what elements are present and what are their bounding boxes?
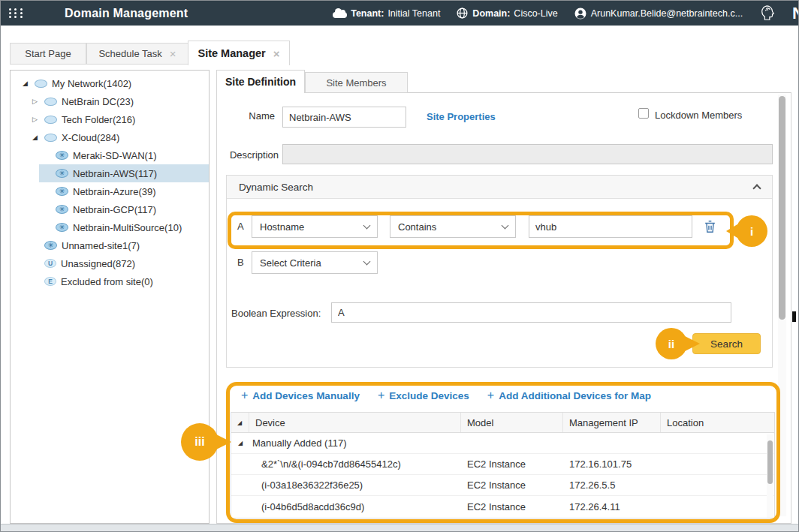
collapse-chevron-icon[interactable]	[752, 184, 761, 192]
tab-label: Site Manager	[197, 47, 265, 59]
tab-label: Schedule Task	[98, 48, 161, 59]
panel-scrollbar[interactable]	[778, 95, 786, 516]
dynamic-search-header[interactable]: Dynamic Search	[227, 176, 772, 199]
close-icon[interactable]: ×	[273, 48, 280, 59]
boolean-expression-label: Boolean Expression:	[231, 308, 321, 319]
lockdown-members-checkbox[interactable]	[638, 108, 649, 119]
field-select-a[interactable]: Hostname	[252, 215, 378, 238]
column-management-ip[interactable]: Management IP	[563, 413, 661, 432]
operator-select-a[interactable]: Contains	[390, 215, 516, 238]
field-select-value: Select Criteria	[260, 257, 321, 269]
expander-expanded-icon[interactable]: ◢	[23, 80, 33, 87]
expander-collapsed-icon[interactable]: ▷	[32, 116, 43, 123]
device-group-row[interactable]: ◢ Manually Added (117)	[231, 433, 774, 454]
site-name-input[interactable]	[282, 107, 406, 128]
device-row[interactable]: &2*`\n/&(i-094cb7dd86455412c) EC2 Instan…	[231, 454, 774, 475]
tree-item-meraki-sd-wan[interactable]: ✳Meraki-SD-WAN(1)	[11, 146, 209, 164]
search-button[interactable]: Search	[692, 333, 761, 354]
app-menu-icon[interactable]	[8, 6, 23, 21]
ai-assistant-icon[interactable]	[760, 5, 776, 23]
lockdown-members-label: Lockdown Members	[655, 110, 742, 121]
tab-start-page[interactable]: Start Page	[10, 43, 86, 65]
user-group[interactable]: ArunKumar.Belide@netbraintech.c...	[574, 7, 743, 20]
tab-schedule-task[interactable]: Schedule Task ×	[86, 43, 188, 65]
tree-item-my-network[interactable]: ◢ My Network(1402)	[11, 74, 209, 92]
tree-item-x-cloud[interactable]: ◢ X-Cloud(284)	[11, 128, 209, 146]
tree-item-label: Meraki-SD-WAN(1)	[73, 150, 156, 161]
tab-site-members[interactable]: Site Members	[305, 72, 408, 93]
table-scrollbar[interactable]	[767, 434, 773, 518]
name-label: Name	[216, 110, 275, 122]
device-model: EC2 Instance	[461, 458, 563, 470]
tree-item-tech-folder[interactable]: ▷ Tech Folder(216)	[11, 110, 209, 128]
device-table: ◢ Device Model Management IP Location ◢ …	[231, 412, 775, 518]
netbrain-logo: N	[792, 4, 798, 23]
expander-expanded-icon[interactable]: ◢	[32, 134, 43, 141]
site-detail-panel: Site Definition Site Members Name Site P…	[216, 70, 791, 524]
tab-site-definition[interactable]: Site Definition	[216, 70, 305, 93]
site-icon: ✳	[56, 205, 68, 214]
column-device[interactable]: Device	[249, 413, 461, 432]
chevron-down-icon	[502, 221, 509, 229]
description-label: Description	[216, 149, 279, 161]
device-name: (i-04b6d5d8acdd36c9d)	[249, 501, 461, 512]
tree-item-unnamed-site1[interactable]: ✳Unnamed-site1(7)	[11, 236, 209, 254]
tenant-group[interactable]: Tenant: Initial Tenant	[333, 8, 440, 19]
tab-site-manager[interactable]: Site Manager ×	[188, 41, 290, 65]
panel-scrollbar-thumb[interactable]	[779, 96, 785, 320]
device-name: (i-03a18e36322f36e25)	[249, 479, 461, 491]
criteria-row-key-b: B	[237, 257, 244, 268]
table-scrollbar-thumb[interactable]	[767, 440, 773, 484]
exclude-devices-link[interactable]: + Exclude Devices	[378, 389, 469, 402]
callout-ii: ii	[656, 328, 687, 359]
link-label: Add Additional Devices for Map	[499, 390, 651, 401]
tree-item-netbrain-gcp[interactable]: ✳Netbrain-GCP(117)	[11, 200, 209, 218]
column-location[interactable]: Location	[661, 413, 774, 432]
column-model[interactable]: Model	[461, 413, 563, 432]
tree-item-netbrain-azure[interactable]: ✳Netbrain-Azure(39)	[11, 182, 209, 200]
tree-item-netbrain-dc[interactable]: ▷ NetBrain DC(23)	[11, 92, 209, 110]
collapse-all-icon[interactable]: ◢	[231, 413, 249, 432]
boolean-expression-input[interactable]	[331, 302, 731, 323]
callout-i: i	[736, 215, 767, 247]
tree-item-label: Netbrain-MultiSource(10)	[73, 222, 182, 233]
app-window: Domain Management Tenant: Initial Tenant…	[0, 0, 799, 532]
user-icon	[574, 7, 587, 20]
tree-item-unassigned[interactable]: UUnassigned(872)	[11, 254, 209, 272]
tab-label: Start Page	[25, 48, 71, 59]
device-row[interactable]: (i-04b6d5d8acdd36c9d) EC2 Instance 172.2…	[231, 496, 774, 517]
tenant-label: Tenant:	[351, 8, 384, 19]
globe-icon	[456, 7, 469, 20]
device-ip: 172.26.4.11	[563, 501, 661, 512]
site-properties-link[interactable]: Site Properties	[427, 111, 496, 122]
device-actions: + Add Devices Manually + Exclude Devices…	[241, 389, 651, 402]
add-additional-devices-link[interactable]: + Add Additional Devices for Map	[487, 389, 651, 402]
tree-item-label: Netbrain-Azure(39)	[73, 186, 156, 197]
close-icon[interactable]: ×	[170, 48, 176, 59]
callout-label: ii	[668, 338, 674, 350]
domain-group[interactable]: Domain: Cisco-Live	[456, 7, 557, 20]
description-input	[282, 144, 773, 164]
tenant-value: Initial Tenant	[387, 8, 440, 19]
tree-item-netbrain-multisource[interactable]: ✳Netbrain-MultiSource(10)	[11, 218, 209, 236]
splitter-handle[interactable]	[792, 311, 796, 322]
expander-collapsed-icon[interactable]: ▷	[32, 98, 43, 105]
site-tree-panel: ◢ My Network(1402) ▷ NetBrain DC(23) ▷ T…	[10, 70, 210, 524]
group-expander-icon[interactable]: ◢	[231, 440, 249, 446]
device-row[interactable]: (i-03a18e36322f36e25) EC2 Instance 172.2…	[231, 475, 774, 496]
add-devices-manually-link[interactable]: + Add Devices Manually	[241, 389, 360, 402]
tree-item-netbrain-aws[interactable]: ✳Netbrain-AWS(117)	[11, 164, 209, 182]
chevron-down-icon	[363, 221, 371, 229]
tree-item-label: Excluded from site(0)	[61, 276, 153, 287]
domain-label: Domain:	[472, 8, 510, 19]
site-icon: ✳	[56, 223, 68, 232]
chevron-down-icon	[363, 257, 371, 265]
tab-label: Site Definition	[225, 76, 296, 88]
field-select-b[interactable]: Select Criteria	[252, 251, 378, 274]
device-name: &2*`\n/&(i-094cb7dd86455412c)	[249, 458, 461, 470]
delete-criteria-icon[interactable]	[703, 219, 717, 234]
criteria-value-input-a[interactable]	[529, 215, 692, 238]
tree-item-excluded-from-site[interactable]: EExcluded from site(0)	[11, 272, 209, 290]
criteria-row-key-a: A	[237, 221, 244, 232]
device-model: EC2 Instance	[461, 501, 563, 512]
